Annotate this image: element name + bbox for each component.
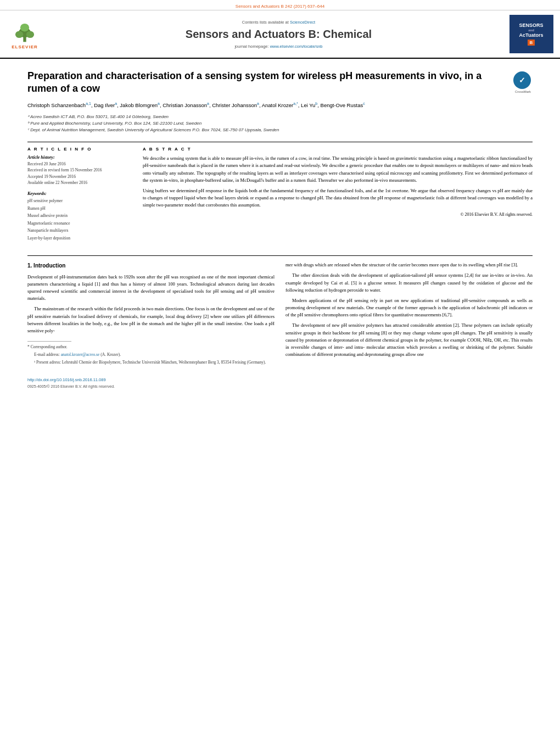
footnote-email-address: anatol.krozer@acreo.se [61, 352, 100, 357]
keywords-list: pH sensitive polymer Rumen pH Mussel adh… [27, 197, 132, 242]
affiliation-c: ᶜ Dept. of Animal Nutrition Management, … [27, 127, 533, 133]
keyword-4: Magnetoelastic resonance [27, 220, 132, 227]
body-text: 1. Introduction Development of pH-instru… [27, 261, 533, 367]
section-divider [27, 142, 533, 142]
article-info-abstract: A R T I C L E I N F O Article history: R… [27, 147, 533, 247]
homepage-link[interactable]: www.elsevier.com/locate/snb [270, 44, 323, 49]
crossmark-icon: ✓ [513, 71, 531, 89]
svg-point-3 [26, 31, 34, 38]
bottom-copyright: 0925-4005/© 2016 Elsevier B.V. All right… [0, 384, 560, 393]
history-label: Article history: [27, 155, 132, 160]
body-col2-p3: Modern applications of the pH sensing re… [285, 297, 533, 319]
body-col1-p1: Development of pH-instrumentation dates … [27, 274, 275, 303]
keyword-1: pH sensitive polymer [27, 197, 132, 205]
received-date: Received 20 June 2016 [27, 161, 132, 167]
keywords-section: Keywords: pH sensitive polymer Rumen pH … [27, 191, 132, 242]
copyright-line: © 2016 Elsevier B.V. All rights reserved… [143, 212, 533, 217]
svg-point-4 [20, 24, 29, 31]
top-bar: Sensors and Actuators B 242 (2017) 637–6… [0, 0, 560, 10]
journal-title: Sensors and Actuators B: Chemical [49, 28, 508, 41]
bottom-bar: http://dx.doi.org/10.1016/j.snb.2016.11.… [0, 375, 560, 384]
keyword-5: Nanoparticle multilayers [27, 227, 132, 235]
sensors-b-label: B [528, 40, 535, 46]
body-col1-p2: The mainstream of the research within th… [27, 305, 275, 334]
body-col2-p2: The other direction deals with the devel… [285, 272, 533, 294]
sciencedirect-link[interactable]: ScienceDirect [290, 20, 315, 25]
contents-line: Contents lists available at ScienceDirec… [49, 20, 508, 25]
footnote-1: ¹ Present adress: Lehrstuhl Chemie der B… [27, 359, 275, 366]
keyword-2: Rumen pH [27, 205, 132, 213]
body-col2-p1: mer with drugs which are released when t… [285, 261, 533, 269]
affiliation-b: ᵇ Pure and Applied Biochemistry, Lund Un… [27, 120, 533, 127]
crossmark-label: CrossMark [513, 90, 533, 93]
footnote-email-name: (A. Krozer). [100, 352, 121, 357]
homepage-line: journal homepage: www.elsevier.com/locat… [49, 44, 508, 49]
crossmark: ✓ CrossMark [513, 71, 533, 93]
abstract-label: A B S T R A C T [143, 147, 533, 152]
sensors-and: and [528, 29, 534, 32]
body-col2-p4: The development of new pH sensitive poly… [285, 322, 533, 358]
abstract-text: We describe a sensing system that is abl… [143, 155, 533, 209]
sensors-title: SENSORS [519, 23, 543, 29]
footnotes: * Corresponding author. E-mail address: … [27, 344, 275, 366]
keyword-3: Mussel adhesive protein [27, 212, 132, 220]
authors-section: Christoph Schanzenbacha,1, Dag Ilvera, J… [27, 101, 533, 109]
actuators-title: AcTuators [519, 32, 544, 38]
affiliations-section: ᵃ Acreo Swedish ICT AB, P.O. Box 53071, … [27, 114, 533, 133]
keyword-6: Layer-by-layer deposition [27, 235, 132, 242]
affiliation-a: ᵃ Acreo Swedish ICT AB, P.O. Box 53071, … [27, 114, 533, 120]
elsevier-logo: ELSEVIER [5, 15, 49, 53]
journal-header: ELSEVIER Contents lists available at Sci… [0, 10, 560, 59]
body-divider [27, 255, 533, 256]
sensors-actuators-box: SENSORS and AcTuators B [509, 15, 553, 53]
footnote-star: * Corresponding author. [27, 344, 275, 350]
footnote-divider [27, 341, 71, 342]
section1-heading: 1. Introduction [27, 261, 275, 270]
accepted-date: Accepted 19 November 2016 [27, 174, 132, 180]
article-info-label: A R T I C L E I N F O [27, 147, 132, 152]
elsevier-tree-icon [11, 19, 38, 43]
abstract-p2: Using buffers we determined pH response … [143, 187, 533, 209]
main-content: Preparation and characterisation of a se… [0, 59, 560, 375]
abstract-p1: We describe a sensing system that is abl… [143, 155, 533, 184]
article-history: Article history: Received 20 June 2016 R… [27, 155, 132, 186]
journal-center: Contents lists available at ScienceDirec… [49, 15, 508, 53]
sensors-logo: SENSORS and AcTuators B [508, 15, 555, 53]
journal-citation: Sensors and Actuators B 242 (2017) 637–6… [236, 4, 324, 9]
svg-point-2 [15, 31, 23, 38]
paper-title-section: Preparation and characterisation of a se… [27, 70, 533, 96]
footnote-email: E-mail address: anatol.krozer@acreo.se (… [27, 352, 275, 358]
elsevier-label: ELSEVIER [12, 44, 38, 49]
article-info-column: A R T I C L E I N F O Article history: R… [27, 147, 132, 247]
keywords-label: Keywords: [27, 191, 132, 196]
body-col-left: 1. Introduction Development of pH-instru… [27, 261, 275, 367]
paper-title: Preparation and characterisation of a se… [27, 70, 505, 96]
received-revised-label: Received in revised form 15 November 201… [27, 167, 132, 173]
body-col-right: mer with drugs which are released when t… [285, 261, 533, 367]
abstract-column: A B S T R A C T We describe a sensing sy… [143, 147, 533, 247]
doi-link[interactable]: http://dx.doi.org/10.1016/j.snb.2016.11.… [27, 377, 106, 382]
available-date: Available online 22 November 2016 [27, 180, 132, 186]
